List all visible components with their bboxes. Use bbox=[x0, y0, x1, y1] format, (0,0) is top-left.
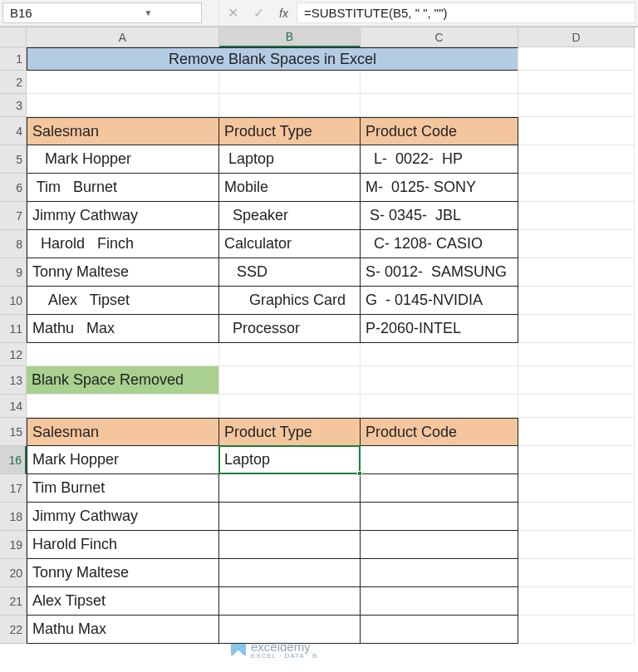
cell-D3[interactable] bbox=[518, 94, 635, 117]
cell-D2[interactable] bbox=[518, 71, 635, 94]
cell-A14[interactable] bbox=[27, 395, 219, 418]
cell-D16[interactable] bbox=[518, 446, 635, 474]
cell-D11[interactable] bbox=[518, 315, 635, 343]
cell-A16[interactable]: Mark Hopper bbox=[27, 446, 219, 474]
cell-B5[interactable]: Laptop bbox=[219, 145, 361, 174]
row-header-15[interactable]: 15 bbox=[0, 418, 27, 446]
cell-A21[interactable]: Alex Tipset bbox=[27, 587, 219, 616]
cell-C21[interactable] bbox=[361, 587, 518, 616]
cell-C19[interactable] bbox=[361, 531, 518, 559]
row-header-7[interactable]: 7 bbox=[0, 202, 27, 230]
cell-A12[interactable] bbox=[27, 343, 219, 366]
cell-C8[interactable]: C- 1208- CASIO bbox=[361, 230, 518, 258]
name-box[interactable]: B16 ▼ bbox=[2, 2, 202, 23]
cell-B10[interactable]: Graphics Card bbox=[219, 287, 361, 315]
row-header-6[interactable]: 6 bbox=[0, 174, 27, 202]
cell-D15[interactable] bbox=[518, 418, 635, 446]
cell-C4[interactable]: Product Code bbox=[361, 117, 518, 145]
cell-B15[interactable]: Product Type bbox=[219, 418, 361, 446]
column-header-C[interactable]: C bbox=[361, 27, 518, 47]
cell-D22[interactable] bbox=[518, 616, 635, 644]
cell-D8[interactable] bbox=[518, 230, 635, 258]
cell-D12[interactable] bbox=[518, 343, 635, 366]
row-header-1[interactable]: 1 bbox=[0, 47, 27, 71]
cell-A8[interactable]: Harold Finch bbox=[27, 230, 219, 258]
cell-C14[interactable] bbox=[361, 395, 518, 418]
row-header-9[interactable]: 9 bbox=[0, 258, 27, 287]
cell-A6[interactable]: Tim Burnet bbox=[27, 174, 219, 202]
column-header-D[interactable]: D bbox=[518, 27, 635, 47]
cell-A10[interactable]: Alex Tipset bbox=[27, 287, 219, 315]
cell-D20[interactable] bbox=[518, 559, 635, 587]
cell-B12[interactable] bbox=[219, 343, 361, 366]
cell-D10[interactable] bbox=[518, 287, 635, 315]
fx-icon[interactable]: fx bbox=[279, 7, 288, 20]
cell-D1[interactable] bbox=[518, 47, 635, 71]
row-header-2[interactable]: 2 bbox=[0, 71, 27, 94]
row-header-22[interactable]: 22 bbox=[0, 616, 27, 644]
cell-C13[interactable] bbox=[361, 366, 518, 395]
cell-C20[interactable] bbox=[361, 559, 518, 587]
cell-D21[interactable] bbox=[518, 587, 635, 616]
cell-A9[interactable]: Tonny Maltese bbox=[27, 258, 219, 287]
cell-B3[interactable] bbox=[219, 94, 361, 117]
cancel-icon[interactable]: ✕ bbox=[228, 5, 238, 21]
cell-A17[interactable]: Tim Burnet bbox=[27, 474, 219, 503]
row-header-20[interactable]: 20 bbox=[0, 559, 27, 587]
cell-B17[interactable] bbox=[219, 474, 361, 503]
select-all-corner[interactable] bbox=[0, 27, 27, 47]
cell-B21[interactable] bbox=[219, 587, 361, 616]
row-header-3[interactable]: 3 bbox=[0, 94, 27, 117]
cell-B14[interactable] bbox=[219, 395, 361, 418]
cell-A15[interactable]: Salesman bbox=[27, 418, 219, 446]
cell-B8[interactable]: Calculator bbox=[219, 230, 361, 258]
cell-A11[interactable]: Mathu Max bbox=[27, 315, 219, 343]
cell-A7[interactable]: Jimmy Cathway bbox=[27, 202, 219, 230]
cell-C17[interactable] bbox=[361, 474, 518, 503]
cell-D4[interactable] bbox=[518, 117, 635, 145]
row-header-11[interactable]: 11 bbox=[0, 315, 27, 343]
row-header-17[interactable]: 17 bbox=[0, 474, 27, 503]
cell-D5[interactable] bbox=[518, 145, 635, 174]
cell-C9[interactable]: S- 0012- SAMSUNG bbox=[361, 258, 518, 287]
section-label[interactable]: Blank Space Removed bbox=[27, 366, 219, 395]
cell-D6[interactable] bbox=[518, 174, 635, 202]
cell-C16[interactable] bbox=[361, 446, 518, 474]
cell-C22[interactable] bbox=[361, 616, 518, 644]
cell-B11[interactable]: Processor bbox=[219, 315, 361, 343]
cell-D14[interactable] bbox=[518, 395, 635, 418]
row-header-12[interactable]: 12 bbox=[0, 343, 27, 366]
cell-D13[interactable] bbox=[518, 366, 635, 395]
cell-B20[interactable] bbox=[219, 559, 361, 587]
cell-C2[interactable] bbox=[361, 71, 518, 94]
column-header-A[interactable]: A bbox=[27, 27, 219, 47]
row-header-16[interactable]: 16 bbox=[0, 446, 27, 474]
cell-A2[interactable] bbox=[27, 71, 219, 94]
title-cell[interactable]: Remove Blank Spaces in Excel bbox=[27, 47, 518, 71]
cell-C12[interactable] bbox=[361, 343, 518, 366]
cell-C6[interactable]: M- 0125- SONY bbox=[361, 174, 518, 202]
cell-D7[interactable] bbox=[518, 202, 635, 230]
row-header-10[interactable]: 10 bbox=[0, 287, 27, 315]
cell-B6[interactable]: Mobile bbox=[219, 174, 361, 202]
row-header-18[interactable]: 18 bbox=[0, 503, 27, 531]
cell-B22[interactable] bbox=[219, 616, 361, 644]
row-header-19[interactable]: 19 bbox=[0, 531, 27, 559]
row-header-21[interactable]: 21 bbox=[0, 587, 27, 616]
cell-D19[interactable] bbox=[518, 531, 635, 559]
row-header-8[interactable]: 8 bbox=[0, 230, 27, 258]
cell-A19[interactable]: Harold Finch bbox=[27, 531, 219, 559]
fill-handle[interactable] bbox=[357, 471, 362, 476]
cell-D17[interactable] bbox=[518, 474, 635, 503]
cell-C15[interactable]: Product Code bbox=[361, 418, 518, 446]
name-box-dropdown-icon[interactable]: ▼ bbox=[102, 8, 194, 17]
cell-A18[interactable]: Jimmy Cathway bbox=[27, 503, 219, 531]
row-header-14[interactable]: 14 bbox=[0, 395, 27, 418]
cell-A5[interactable]: Mark Hopper bbox=[27, 145, 219, 174]
cell-B19[interactable] bbox=[219, 531, 361, 559]
cell-B18[interactable] bbox=[219, 503, 361, 531]
cell-B7[interactable]: Speaker bbox=[219, 202, 361, 230]
cell-C18[interactable] bbox=[361, 503, 518, 531]
enter-icon[interactable]: ✓ bbox=[253, 5, 264, 21]
row-header-4[interactable]: 4 bbox=[0, 117, 27, 145]
